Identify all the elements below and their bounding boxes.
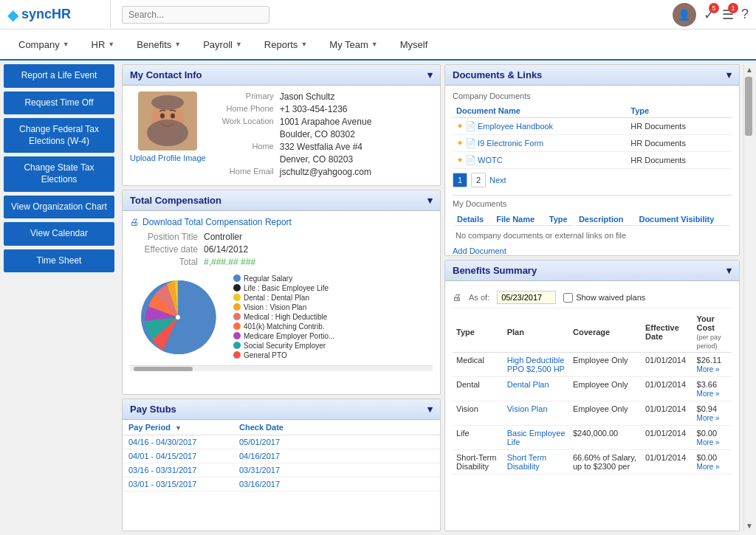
check-date-0[interactable]: 05/01/2017	[239, 438, 280, 446]
pay-row-2: 03/16 - 03/31/2017 03/31/2017	[123, 463, 440, 477]
benefit-type-3: Life	[453, 426, 504, 450]
benefit-row-3: Life Basic Employee Life $240,000.00 01/…	[453, 426, 732, 450]
my-docs-col-filename: File Name	[493, 213, 545, 226]
doc-link-1[interactable]: I9 Electronic Form	[478, 139, 543, 148]
svg-point-4	[171, 114, 175, 119]
no-docs-text: No company documents or external links o…	[453, 227, 732, 244]
col-period: Pay Period ▼	[128, 423, 239, 432]
download-comp-link[interactable]: 🖨 Download Total Compensation Report	[130, 217, 433, 227]
more-link-1[interactable]: More »	[697, 390, 720, 398]
doc-type-2: HR Documents	[627, 152, 732, 169]
chevron-down-icon: ▼	[371, 41, 378, 48]
my-docs-col-details: Details	[454, 213, 492, 226]
nav-company[interactable]: Company ▼	[7, 32, 80, 58]
contact-city-row: Boulder, CO 80302	[213, 129, 433, 139]
waived-plans-checkbox[interactable]: Show waived plans	[563, 293, 645, 303]
pay-period-2[interactable]: 03/16 - 03/31/2017	[128, 466, 239, 474]
view-org-chart-button[interactable]: View Organization Chart	[4, 196, 114, 219]
as-of-date-input[interactable]	[497, 291, 556, 304]
pay-stubs-table-header: Pay Period ▼ Check Date	[123, 420, 440, 435]
scroll-down-arrow[interactable]: ▼	[744, 520, 752, 531]
report-life-event-button[interactable]: Report a Life Event	[4, 64, 114, 88]
tasks-icon[interactable]: ✓ 5	[704, 7, 715, 23]
legend-item-5: 401(k) Matching Contrib.	[233, 322, 334, 331]
page-next-link[interactable]: Next	[489, 176, 506, 184]
help-icon[interactable]: ?	[741, 7, 749, 22]
nav-myteam[interactable]: My Team ▼	[318, 32, 388, 58]
change-federal-tax-button[interactable]: Change Federal Tax Elections (W-4)	[4, 118, 114, 153]
chevron-down-icon: ▼	[63, 41, 69, 48]
comp-position-row: Position Title Controller	[130, 232, 433, 242]
check-date-3[interactable]: 03/16/2017	[239, 480, 280, 489]
documents-panel-header: Documents & Links ▾	[445, 65, 739, 86]
compensation-panel-header: Total Compensation ▾	[123, 190, 440, 211]
docs-pagination: 1 2 Next	[453, 169, 732, 191]
benefits-col-effective: Effective Date	[642, 312, 693, 353]
contact-grid: Upload Profile Image Primary Jason Schul…	[130, 92, 433, 179]
h-scrollbar-thumb[interactable]	[134, 367, 193, 371]
main-layout: Report a Life Event Request Time Off Cha…	[0, 61, 756, 535]
v-scroll-thumb[interactable]	[745, 77, 752, 136]
docs-table: Document Name Type ✦ 📄 Employee	[453, 104, 732, 169]
benefits-col-type: Type	[453, 312, 504, 353]
doc-type-1: HR Documents	[627, 135, 732, 152]
waived-checkbox[interactable]	[563, 293, 573, 303]
benefits-panel-body: 🖨 As of: Show waived plans Type Plan	[445, 281, 739, 480]
benefit-plan-3: Basic Employee Life	[504, 426, 569, 450]
benefit-coverage-3: $240,000.00	[569, 426, 642, 450]
collapse-icon[interactable]: ▾	[427, 195, 433, 206]
doc-link-2[interactable]: WOTC	[478, 156, 503, 165]
pay-period-3[interactable]: 03/01 - 03/15/2017	[128, 480, 239, 489]
pay-period-1[interactable]: 04/01 - 04/15/2017	[128, 452, 239, 460]
nav-benefits[interactable]: Benefits ▼	[126, 32, 192, 58]
more-link-0[interactable]: More »	[697, 365, 720, 373]
benefit-effective-1: 01/01/2014	[642, 377, 693, 401]
comp-total-row: Total #,###.## ###	[130, 257, 433, 267]
nav-myself[interactable]: Myself	[389, 32, 439, 58]
pay-period-0[interactable]: 04/16 - 04/30/2017	[128, 438, 239, 446]
add-document-link[interactable]: Add Document	[453, 244, 732, 255]
view-calendar-button[interactable]: View Calendar	[4, 222, 114, 246]
contact-primary-row: Primary Jason Schultz	[213, 92, 433, 102]
change-state-tax-button[interactable]: Change State Tax Elections	[4, 156, 114, 191]
benefits-table: Type Plan Coverage Effective Date Your C…	[453, 312, 732, 474]
request-time-off-button[interactable]: Request Time Off	[4, 92, 114, 115]
doc-link-0[interactable]: Employee Handbook	[478, 122, 553, 131]
collapse-icon[interactable]: ▾	[726, 69, 732, 80]
benefit-effective-4: 01/01/2014	[642, 450, 693, 474]
nav-reports[interactable]: Reports ▼	[253, 32, 318, 58]
benefit-cost-3: $0.00 More »	[693, 426, 732, 450]
collapse-icon[interactable]: ▾	[427, 404, 433, 415]
print-icon[interactable]: 🖨	[453, 292, 461, 303]
notifications-icon[interactable]: ☰ 1	[722, 7, 734, 23]
benefit-type-2: Vision	[453, 401, 504, 426]
pay-row-3: 03/01 - 03/15/2017 03/16/2017	[123, 477, 440, 491]
check-date-1[interactable]: 04/16/2017	[239, 452, 280, 460]
nav-payroll[interactable]: Payroll ▼	[192, 32, 253, 58]
star-icon: ✦	[456, 155, 464, 165]
page-2-button[interactable]: 2	[471, 173, 486, 187]
pay-stubs-header: Pay Stubs ▾	[123, 399, 440, 420]
benefit-plan-0: High Deductible PPO $2,500 HP	[504, 353, 569, 377]
more-link-3[interactable]: More »	[697, 438, 720, 446]
more-link-2[interactable]: More »	[697, 414, 720, 422]
more-link-4[interactable]: More »	[697, 463, 720, 471]
collapse-icon[interactable]: ▾	[427, 69, 433, 80]
legend-item-1: Life : Basic Employee Life	[233, 284, 334, 292]
avatar[interactable]: 👤	[673, 3, 696, 27]
compensation-panel: Total Compensation ▾ 🖨 Download Total Co…	[122, 190, 441, 395]
sort-arrow-icon[interactable]: ▼	[175, 424, 182, 432]
collapse-icon[interactable]: ▾	[726, 265, 732, 276]
h-scrollbar[interactable]	[130, 365, 433, 371]
page-1-button[interactable]: 1	[453, 173, 467, 187]
time-sheet-button[interactable]: Time Sheet	[4, 249, 114, 273]
scroll-up-arrow[interactable]: ▲	[744, 64, 752, 75]
left-content: My Contact Info ▾	[122, 64, 441, 531]
upload-image-link[interactable]: Upload Profile Image	[130, 153, 206, 162]
check-date-2[interactable]: 03/31/2017	[239, 466, 280, 474]
v-scrollbar[interactable]: ▲ ▼	[743, 64, 752, 531]
legend-item-4: Medical : High Deductible	[233, 313, 334, 321]
nav-hr[interactable]: HR ▼	[80, 32, 126, 58]
search-input[interactable]	[122, 6, 269, 24]
file-icon: 📄	[465, 121, 476, 131]
